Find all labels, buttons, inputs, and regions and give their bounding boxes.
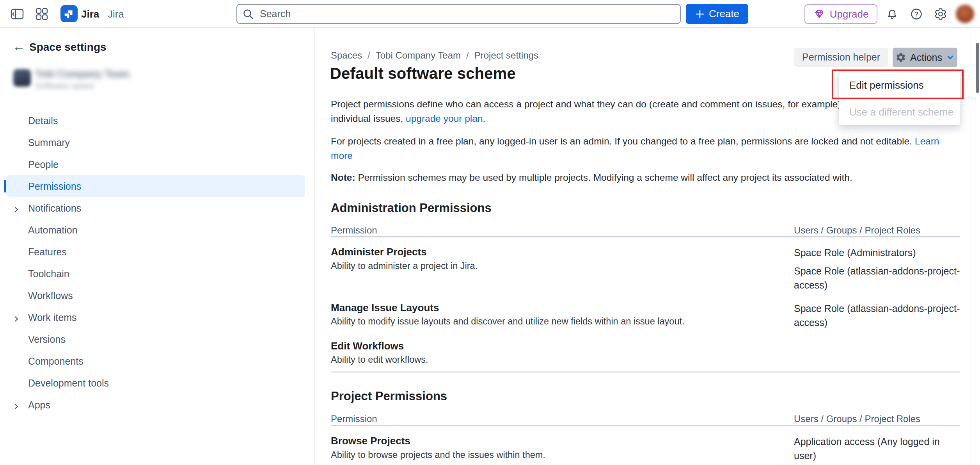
column-header-roles: Users / Groups / Project Roles [794, 413, 920, 424]
note-label: Note: [331, 172, 355, 183]
role-entry: Space Role (atlassian-addons-project-acc… [794, 301, 964, 330]
section-divider [331, 371, 960, 373]
collapse-sidebar-icon[interactable] [10, 7, 24, 21]
sidebar-item-label: Apps [28, 399, 50, 411]
sidebar-item-components[interactable]: Components [6, 350, 305, 372]
actions-dropdown-menu: Edit permissions Use a different scheme [839, 71, 960, 125]
permission-row-description: Ability to modify issue layouts and disc… [331, 316, 685, 327]
svg-text:?: ? [914, 11, 918, 18]
permission-row-roles: Application access (Any logged in user) [794, 435, 964, 465]
sidebar-item-features[interactable]: Features [6, 241, 305, 263]
sidebar-item-automation[interactable]: Automation [6, 219, 305, 241]
permission-row-title: Administer Projects [331, 246, 427, 258]
main-content: Spaces / Tobi Company Team / Project set… [315, 28, 980, 465]
permission-helper-button[interactable]: Permission helper [794, 48, 888, 67]
column-header-roles: Users / Groups / Project Roles [794, 225, 920, 236]
permission-row-roles: Space Role (atlassian-addons-project-acc… [794, 301, 964, 334]
admin-permissions-heading: Administration Permissions [331, 201, 492, 215]
sidebar-item-label: Versions [28, 334, 66, 345]
breadcrumb-separator: / [466, 50, 469, 61]
space-settings-sidebar: ← Space settings Tobi Company Team Softw… [0, 28, 315, 465]
back-arrow-icon[interactable]: ← [11, 39, 27, 54]
role-entry: Space Role (Administrators) [794, 246, 964, 260]
permission-row-title: Browse Projects [331, 435, 410, 447]
permission-row-title: Manage Issue Layouts [331, 302, 439, 314]
permission-row-roles: Space Role (Administrators) Space Role (… [794, 246, 964, 296]
sidebar-item-workflows[interactable]: Workflows [6, 285, 305, 306]
space-avatar [13, 69, 31, 87]
sidebar-item-toolchain[interactable]: Toolchain [6, 263, 305, 285]
create-button-label: Create [709, 8, 739, 20]
breadcrumb-project-settings[interactable]: Project settings [474, 50, 538, 61]
help-icon[interactable]: ? [910, 7, 923, 21]
project-permissions-heading: Project Permissions [331, 389, 447, 403]
settings-gear-icon[interactable] [934, 7, 947, 21]
sidebar-item-people[interactable]: People [6, 153, 305, 175]
permission-row-title: Edit Workflows [331, 340, 404, 352]
menu-item-use-different-scheme: Use a different scheme [839, 99, 960, 126]
upgrade-your-plan-link[interactable]: upgrade your plan [406, 113, 483, 124]
search-input[interactable] [236, 4, 681, 24]
app-switcher-icon[interactable] [35, 7, 48, 21]
sidebar-item-summary[interactable]: Summary [6, 132, 305, 153]
upgrade-button-label: Upgrade [830, 8, 869, 20]
actions-button-label: Actions [910, 52, 942, 63]
space-type: Software space [35, 81, 94, 91]
sidebar-item-work-items[interactable]: Work items [6, 306, 305, 328]
jira-permissions-page: Jira Jira Create [0, 0, 980, 465]
actions-button[interactable]: Actions [893, 48, 957, 67]
sidebar-item-label: People [28, 159, 59, 170]
column-header-permission: Permission [331, 413, 377, 424]
column-header-permission: Permission [331, 225, 377, 236]
chevron-right-icon [12, 314, 20, 322]
app-context-title: Jira [108, 8, 124, 20]
sidebar-item-apps[interactable]: Apps [6, 394, 305, 416]
sidebar-title: Space settings [29, 41, 107, 53]
scrollbar[interactable] [976, 43, 979, 93]
intro-text-end: . [483, 113, 486, 124]
menu-item-edit-permissions[interactable]: Edit permissions [839, 72, 960, 99]
user-avatar[interactable] [956, 5, 974, 23]
sidebar-item-label: Notifications [28, 203, 81, 214]
sidebar-item-label: Components [28, 356, 83, 367]
scrollbar-gutter-line [971, 28, 971, 465]
sidebar-item-development-tools[interactable]: Development tools [6, 372, 305, 394]
gear-icon [895, 52, 906, 63]
chevron-right-icon [12, 205, 20, 212]
breadcrumb-spaces[interactable]: Spaces [331, 50, 362, 61]
sidebar-item-label: Automation [28, 224, 77, 236]
breadcrumb-separator: / [368, 50, 370, 61]
sidebar-item-label: Details [28, 115, 58, 126]
sidebar-item-label: Workflows [28, 290, 73, 301]
breadcrumb-space-name[interactable]: Tobi Company Team [376, 50, 461, 61]
role-entry: Application access (Any logged in user) [794, 435, 964, 463]
upgrade-button[interactable]: Upgrade [804, 4, 877, 24]
sidebar-item-permissions[interactable]: Permissions [6, 175, 305, 197]
permission-row-description: Ability to administer a project in Jira. [331, 261, 478, 271]
sidebar-item-label: Permissions [28, 181, 81, 192]
breadcrumb: Spaces / Tobi Company Team / Project set… [331, 50, 538, 61]
sidebar-item-label: Toolchain [28, 268, 69, 280]
table-header-rule [331, 236, 960, 237]
top-navigation-bar: Jira Jira Create [0, 0, 980, 28]
sidebar-item-label: Development tools [28, 378, 109, 389]
permission-row-description: Ability to browse projects and the issue… [331, 450, 545, 460]
sidebar-item-details[interactable]: Details [6, 110, 305, 132]
sidebar-item-label: Summary [28, 137, 70, 148]
free-plan-paragraph: For projects created in a free plan, any… [331, 134, 963, 163]
gem-icon [813, 8, 825, 20]
page-title: Default software scheme [330, 65, 516, 82]
plus-icon [695, 9, 705, 19]
chevron-right-icon [12, 401, 20, 409]
sidebar-item-notifications[interactable]: Notifications [6, 197, 305, 219]
create-button[interactable]: Create [686, 4, 748, 24]
jira-logo[interactable] [60, 5, 78, 22]
notifications-bell-icon[interactable] [886, 7, 899, 21]
app-title: Jira [81, 8, 99, 20]
permission-row-description: Ability to edit workflows. [331, 355, 428, 365]
chevron-down-icon [946, 53, 955, 62]
sidebar-item-versions[interactable]: Versions [6, 328, 305, 350]
sidebar-item-label: Features [28, 246, 67, 258]
role-entry: Space Role (atlassian-addons-project-acc… [794, 264, 964, 292]
free-plan-text: For projects created in a free plan, any… [331, 136, 915, 146]
